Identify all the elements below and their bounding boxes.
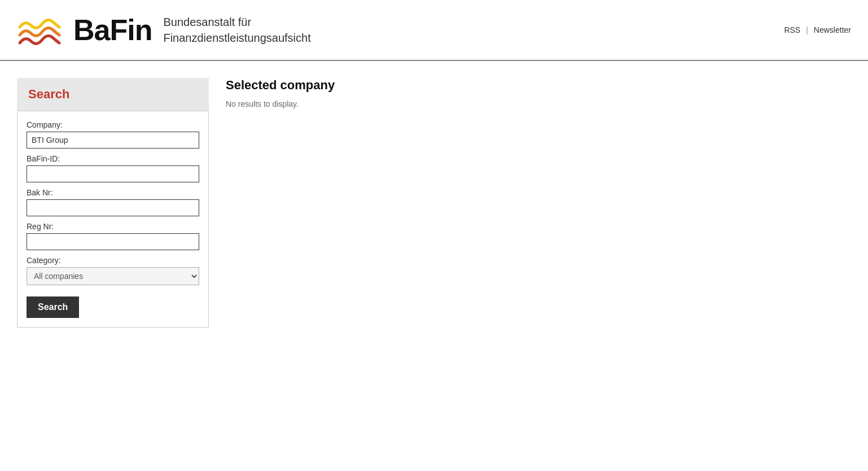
search-button[interactable]: Search — [27, 296, 79, 318]
company-label: Company: — [27, 120, 199, 129]
reg-nr-input[interactable] — [27, 233, 199, 250]
logo-subtitle-area: Bundesanstalt für Finanzdienstleistungsa… — [163, 14, 310, 46]
main-content: Search Company: BaFin-ID: Bak Nr: Reg Nr… — [0, 72, 868, 333]
bak-nr-input[interactable] — [27, 199, 199, 216]
bak-nr-field-group: Bak Nr: — [27, 188, 199, 216]
reg-nr-label: Reg Nr: — [27, 222, 199, 231]
category-label: Category: — [27, 256, 199, 265]
logo-subtitle-line1: Bundesanstalt für — [163, 14, 310, 30]
search-panel-title: Search — [28, 87, 69, 101]
bafin-id-label: BaFin-ID: — [27, 154, 199, 163]
company-input[interactable] — [27, 132, 199, 149]
top-divider — [0, 60, 868, 61]
bafin-id-field-group: BaFin-ID: — [27, 154, 199, 182]
category-field-group: Category: All companies Banks Insurance … — [27, 256, 199, 285]
bak-nr-label: Bak Nr: — [27, 188, 199, 197]
search-header: Search — [17, 78, 209, 111]
logo-area: BaFin Bundesanstalt für Finanzdienstleis… — [17, 10, 311, 50]
company-field-group: Company: — [27, 120, 199, 149]
page-header: BaFin Bundesanstalt für Finanzdienstleis… — [0, 0, 868, 60]
results-title: Selected company — [226, 78, 851, 93]
no-results-text: No results to display. — [226, 99, 851, 108]
logo-subtitle-line2: Finanzdienstleistungsaufsicht — [163, 30, 310, 46]
logo-text-area: BaFin — [73, 15, 152, 45]
left-panel: Search Company: BaFin-ID: Bak Nr: Reg Nr… — [17, 78, 209, 328]
search-form-container: Company: BaFin-ID: Bak Nr: Reg Nr: Categ… — [17, 111, 209, 328]
newsletter-link[interactable]: Newsletter — [814, 25, 851, 34]
bafin-id-input[interactable] — [27, 165, 199, 182]
header-divider: | — [806, 25, 808, 34]
logo-name: BaFin — [73, 15, 152, 45]
bafin-logo-icon — [17, 10, 62, 50]
category-select[interactable]: All companies Banks Insurance companies … — [27, 267, 199, 285]
reg-nr-field-group: Reg Nr: — [27, 222, 199, 250]
right-panel: Selected company No results to display. — [226, 78, 851, 328]
header-links: RSS | Newsletter — [784, 25, 851, 34]
rss-link[interactable]: RSS — [784, 25, 800, 34]
